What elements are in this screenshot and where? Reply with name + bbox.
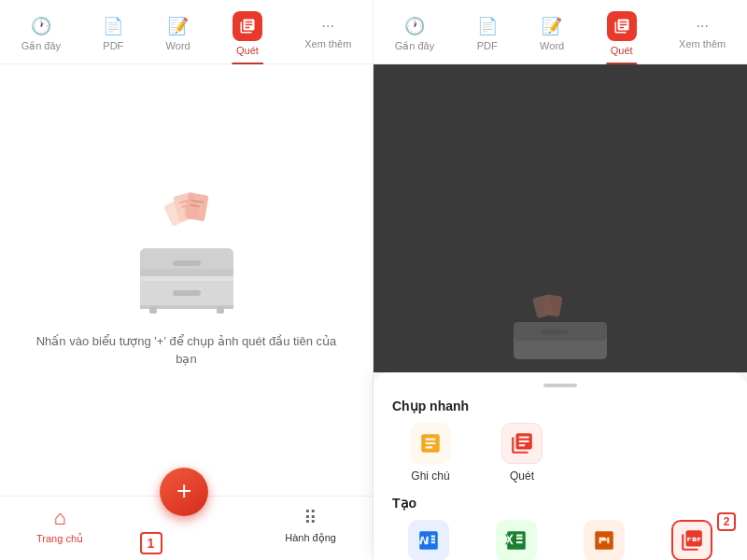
snap-grid: Ghi chú Quét xyxy=(392,423,728,483)
bottom-home-label: Trang chủ xyxy=(36,533,83,545)
scan-label: Quét xyxy=(510,469,534,483)
tab-word-left[interactable]: Word xyxy=(159,12,198,55)
tab-scan-label-left: Quét xyxy=(236,45,259,56)
tab-more-left[interactable]: Xem thêm xyxy=(297,14,359,53)
word-icon xyxy=(168,16,189,36)
tab-more-label-right: Xem thêm xyxy=(679,38,726,49)
tab-pdf-left[interactable]: PDF xyxy=(95,12,131,55)
tab-pdf-right[interactable]: PDF xyxy=(470,12,505,55)
tab-recent-label-right: Gần đây xyxy=(395,40,434,52)
ppt-app-icon xyxy=(584,520,625,560)
tab-scan-label-right: Quét xyxy=(611,45,633,56)
tab-word-label-left: Word xyxy=(166,40,190,51)
tab-recent-label-left: Gần đây xyxy=(21,40,61,52)
word-icon-right xyxy=(542,16,562,36)
left-tab-bar: Gần đây PDF Word Quét Xem thêm xyxy=(0,0,373,64)
fab-plus-icon: + xyxy=(176,478,191,504)
svg-rect-9 xyxy=(140,269,233,276)
tab-word-right[interactable]: Word xyxy=(532,12,571,55)
snap-scan-item[interactable]: Quét xyxy=(484,423,560,483)
tab-pdf-label-right: PDF xyxy=(477,40,498,51)
pdf-icon-right xyxy=(477,16,498,36)
bottom-action-label: Hành động xyxy=(285,532,336,544)
bottom-home[interactable]: Trang chủ xyxy=(36,506,83,545)
word-app-icon xyxy=(408,520,449,560)
pdf-icon xyxy=(103,16,123,36)
right-panel: Gần đây PDF Word Quét Xem thêm xyxy=(374,0,747,560)
note-app-icon xyxy=(410,423,451,464)
section-create-title: Tạo xyxy=(392,496,728,511)
svg-rect-13 xyxy=(173,290,201,296)
right-tab-bar: Gần đây PDF Word Quét Xem thêm xyxy=(374,0,747,64)
left-bottom-bar: Trang chủ + Hành động 1 xyxy=(0,496,373,560)
fab-add-button[interactable]: + xyxy=(160,468,208,516)
recent-icon-right xyxy=(404,16,425,36)
snap-note-item[interactable]: Ghi chú xyxy=(392,423,469,483)
create-grid: Word Excel PowerPoint xyxy=(392,520,728,560)
left-panel: Gần đây PDF Word Quét Xem thêm xyxy=(0,0,374,560)
scan-tab-icon-left xyxy=(233,11,262,41)
section-snap-title: Chụp nhanh xyxy=(392,399,728,413)
note-label: Ghi chú xyxy=(411,469,449,483)
bottom-sheet: Chụp nhanh Ghi chú Quét xyxy=(374,372,747,560)
more-icon-right xyxy=(696,18,708,35)
left-main-content: Nhấn vào biểu tượng '+' để chụp ảnh quét… xyxy=(0,64,373,496)
more-icon xyxy=(322,18,334,35)
tab-more-right[interactable]: Xem thêm xyxy=(671,14,733,53)
tab-recent-right[interactable]: Gần đây xyxy=(388,12,442,56)
hint-text: Nhấn vào biểu tượng '+' để chụp ảnh quét… xyxy=(19,332,354,369)
scan-camera-view xyxy=(374,64,747,372)
create-pdf-item[interactable]: PDF 2 xyxy=(655,520,728,560)
tab-pdf-label-left: PDF xyxy=(103,40,123,51)
tab-scan-left[interactable]: Quét xyxy=(225,7,270,60)
create-excel-item[interactable]: Excel xyxy=(480,520,553,560)
recent-icon xyxy=(31,16,51,36)
tab-scan-right[interactable]: Quét xyxy=(599,7,644,60)
svg-rect-17 xyxy=(543,294,563,317)
scan-app-icon xyxy=(501,423,543,464)
action-icon xyxy=(303,507,317,529)
svg-rect-14 xyxy=(149,306,157,314)
create-word-item[interactable]: Word xyxy=(392,520,465,560)
drawer-illustration xyxy=(121,192,252,314)
step-2-badge: 2 xyxy=(717,512,736,531)
home-icon xyxy=(53,506,65,530)
excel-app-icon xyxy=(496,520,537,560)
svg-rect-10 xyxy=(173,260,201,266)
bottom-action[interactable]: Hành động xyxy=(285,507,336,544)
pdf-app-icon xyxy=(671,520,712,560)
scan-tab-icon-right xyxy=(607,11,637,41)
sheet-handle xyxy=(543,384,577,387)
create-ppt-item[interactable]: PowerPoint xyxy=(568,520,641,560)
tab-more-label-left: Xem thêm xyxy=(304,38,351,49)
tab-word-label-right: Word xyxy=(540,40,564,51)
svg-rect-15 xyxy=(217,306,224,314)
tab-recent-left[interactable]: Gần đây xyxy=(14,12,68,56)
svg-rect-20 xyxy=(542,329,568,334)
step-1-badge: 1 xyxy=(140,532,162,554)
